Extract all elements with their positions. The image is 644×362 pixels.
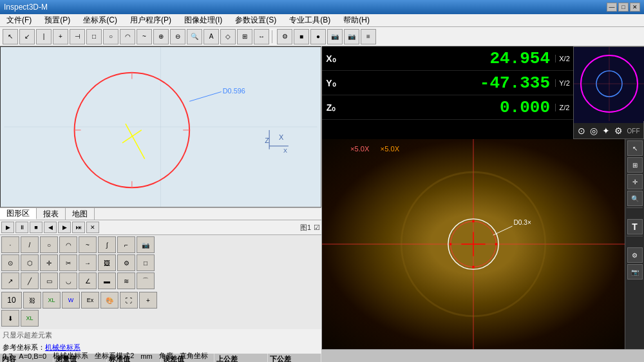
coord-row-z: Z₀ 0.000 Z/2 [322, 95, 573, 120]
tool-cross[interactable]: + [53, 29, 68, 44]
rt-arrow-btn[interactable]: ↖ [627, 140, 643, 156]
tool-cam1[interactable]: 📷 [327, 29, 343, 44]
stop-btn[interactable]: ■ [30, 222, 43, 233]
meas-num[interactable]: 10 [1, 292, 22, 309]
menu-tools[interactable]: 专业工具(B) [285, 14, 334, 27]
tool-gear[interactable]: ⚙ [277, 29, 292, 44]
meas-excel[interactable]: XL [43, 292, 61, 309]
rt-text-btn[interactable]: T [627, 219, 643, 234]
x-half-btn[interactable]: X/2 [555, 55, 573, 62]
skip-btn[interactable]: ⏭ [72, 222, 85, 233]
meas-cross[interactable]: ✛ [40, 254, 58, 271]
meas-wave[interactable]: ~ [79, 236, 97, 253]
rt-settings-btn[interactable]: ⚙ [627, 247, 643, 263]
next-btn[interactable]: ▶ [58, 222, 71, 233]
tool-arc[interactable]: ◠ [120, 29, 135, 44]
meas-arc[interactable]: ◠ [59, 236, 77, 253]
meas-word[interactable]: W [62, 292, 80, 309]
prev-btn[interactable]: ◀ [44, 222, 57, 233]
meas-extra1[interactable]: + [139, 292, 157, 309]
menu-help[interactable]: 帮助(H) [339, 14, 374, 27]
col-upper: 上公差 [214, 354, 268, 362]
meas-down[interactable]: ⬇ [1, 310, 19, 327]
meas-img[interactable]: 🖼 [98, 254, 116, 271]
meas-rect[interactable]: □ [137, 254, 155, 271]
meas-point[interactable]: · [1, 236, 19, 253]
z-half-btn[interactable]: Z/2 [555, 104, 573, 111]
tool-zoom-in[interactable]: ⊕ [153, 29, 169, 44]
meas-color[interactable]: 🎨 [100, 292, 118, 309]
tool-line[interactable]: | [36, 29, 52, 44]
tool-dot[interactable]: ● [310, 29, 326, 44]
tool-row-extra: 10 ⛓ XL W Ex 🎨 ⛶ + [1, 292, 320, 309]
tool-zoom-out[interactable]: ⊖ [170, 29, 185, 44]
menu-coord[interactable]: 坐标系(C) [79, 14, 121, 27]
tool-h[interactable]: ⊣ [70, 29, 85, 44]
rt-zoom-btn[interactable]: 🔍 [627, 191, 643, 206]
app-title: Inspect3D-M [4, 3, 48, 12]
minimize-button[interactable]: — [607, 3, 617, 12]
meas-angle[interactable]: ∠ [79, 272, 97, 289]
rt-cursor-btn[interactable]: ✛ [627, 174, 643, 189]
meas-p3[interactable]: ↗ [1, 272, 19, 289]
tool-select[interactable]: ↖ [3, 29, 18, 44]
mini-ring-btn[interactable]: ◎ [590, 126, 598, 136]
meas-line[interactable]: / [21, 236, 39, 253]
svg-rect-16 [574, 47, 644, 121]
meas-hex[interactable]: ⬡ [21, 254, 39, 271]
mini-target-btn[interactable]: ⊙ [578, 126, 585, 136]
menu-param[interactable]: 参数设置(S) [231, 14, 280, 27]
meas-bezier[interactable]: ⌒ [137, 272, 155, 289]
tool-arrow[interactable]: ↙ [19, 29, 35, 44]
close-btn[interactable]: ✕ [86, 222, 99, 233]
y-half-btn[interactable]: Y/2 [555, 79, 573, 87]
menu-user[interactable]: 用户程序(P) [126, 14, 175, 27]
meas-curve[interactable]: ∫ [98, 236, 116, 253]
meas-export[interactable]: Ex [81, 292, 99, 309]
meas-scissors[interactable]: ✂ [59, 254, 77, 271]
menu-file[interactable]: 文件(F) [3, 14, 35, 27]
meas-fill[interactable]: ▬ [98, 272, 116, 289]
maximize-button[interactable]: □ [618, 3, 629, 12]
meas-arrow[interactable]: → [79, 254, 97, 271]
rt-cam-btn[interactable]: 📷 [627, 264, 643, 280]
meas-corner[interactable]: ⌐ [117, 236, 135, 253]
play-btn[interactable]: ▶ [1, 222, 14, 233]
tab-report[interactable]: 报表 [37, 208, 66, 220]
meas-cam[interactable]: 📷 [137, 236, 155, 253]
tab-graphics[interactable]: 图形区 [0, 208, 37, 220]
close-button[interactable]: ✕ [630, 3, 640, 12]
meas-arc2[interactable]: ◡ [59, 272, 77, 289]
meas-circle[interactable]: ○ [40, 236, 58, 253]
pause-btn[interactable]: ⏸ [15, 222, 28, 233]
svg-point-2 [75, 73, 190, 188]
svg-line-3 [126, 124, 145, 159]
tool-curve[interactable]: ~ [137, 29, 152, 44]
tool-measure[interactable]: ↔ [254, 29, 269, 44]
tool-poly[interactable]: ◇ [220, 29, 236, 44]
meas-wave2[interactable]: ≋ [117, 272, 135, 289]
tool-more[interactable]: ≡ [361, 29, 376, 44]
tab-map[interactable]: 地图 [66, 208, 95, 220]
tool-rect[interactable]: □ [86, 29, 102, 44]
meas-rect2[interactable]: ▭ [40, 272, 58, 289]
meas-circle2[interactable]: ⊙ [1, 254, 19, 271]
meas-expand[interactable]: ⛶ [120, 292, 138, 309]
mini-star-btn[interactable]: ✦ [602, 126, 610, 136]
rt-grid-btn[interactable]: ⊞ [627, 157, 643, 173]
meas-link[interactable]: ⛓ [23, 292, 41, 309]
meas-line2[interactable]: ╱ [21, 272, 39, 289]
camera-area[interactable]: D0.3× ×5.0X ×5.0X [322, 139, 625, 349]
drawing-area[interactable]: D0.596 X Z X [0, 46, 321, 207]
mini-gear-btn[interactable]: ⚙ [614, 126, 623, 136]
meas-xl2[interactable]: XL [21, 310, 39, 327]
tool-zoom-area[interactable]: 🔍 [187, 29, 202, 44]
tool-cam2[interactable]: 📷 [344, 29, 359, 44]
tool-snap[interactable]: ⊞ [237, 29, 252, 44]
menu-image[interactable]: 图像处理(I) [180, 14, 226, 27]
menu-preset[interactable]: 预置(P) [41, 14, 74, 27]
tool-text[interactable]: A [204, 29, 219, 44]
meas-gear[interactable]: ⚙ [117, 254, 135, 271]
tool-square[interactable]: ■ [294, 29, 309, 44]
tool-circle[interactable]: ○ [103, 29, 118, 44]
